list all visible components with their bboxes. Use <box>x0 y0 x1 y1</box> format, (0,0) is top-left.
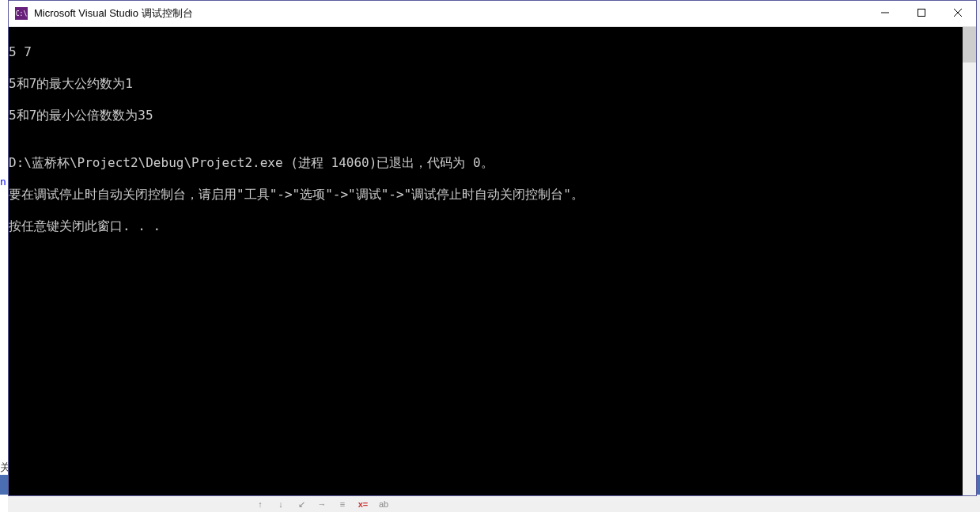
console-output[interactable]: 5 7 5和7的最大公约数为1 5和7的最小公倍数数为35 D:\蓝桥杯\Pro… <box>9 27 963 495</box>
console-line: 5 7 <box>9 44 963 60</box>
toolbar-icon: ↓ <box>274 499 288 510</box>
close-button[interactable] <box>940 1 976 26</box>
svg-rect-1 <box>918 9 925 17</box>
vertical-scrollbar[interactable] <box>963 27 976 495</box>
background-editor-strip <box>0 0 8 512</box>
window-controls <box>867 1 976 26</box>
console-line: 按任意键关闭此窗口. . . <box>9 218 963 234</box>
console-line: 5和7的最大公约数为1 <box>9 76 963 92</box>
toolbar-icon: ↑ <box>253 499 267 510</box>
maximize-button[interactable] <box>903 1 940 26</box>
titlebar[interactable]: C:\ Microsoft Visual Studio 调试控制台 <box>9 1 976 27</box>
scrollbar-thumb[interactable] <box>963 27 976 63</box>
console-body: 5 7 5和7的最大公约数为1 5和7的最小公倍数数为35 D:\蓝桥杯\Pro… <box>9 27 976 495</box>
console-line: 5和7的最小公倍数数为35 <box>9 108 963 123</box>
maximize-icon <box>918 8 925 19</box>
toolbar-icon-red: x= <box>356 499 370 510</box>
toolbar-icon: ab <box>376 499 391 510</box>
minimize-button[interactable] <box>867 1 903 26</box>
background-code-fragment: n <box>0 176 6 188</box>
close-icon <box>954 8 962 19</box>
window-title: Microsoft Visual Studio 调试控制台 <box>34 6 867 21</box>
background-toolbar: ↑ ↓ ↙ → ≡ x= ab <box>253 497 391 512</box>
toolbar-icon: → <box>315 499 329 510</box>
console-line: D:\蓝桥杯\Project2\Debug\Project2.exe (进程 1… <box>9 155 963 171</box>
app-icon: C:\ <box>15 7 28 20</box>
console-line: 要在调试停止时自动关闭控制台，请启用"工具"->"选项"->"调试"->"调试停… <box>9 187 963 203</box>
toolbar-icon: ≡ <box>335 499 350 510</box>
console-window: C:\ Microsoft Visual Studio 调试控制台 5 7 5和… <box>8 0 977 496</box>
minimize-icon <box>881 8 889 19</box>
toolbar-icon: ↙ <box>294 499 308 510</box>
